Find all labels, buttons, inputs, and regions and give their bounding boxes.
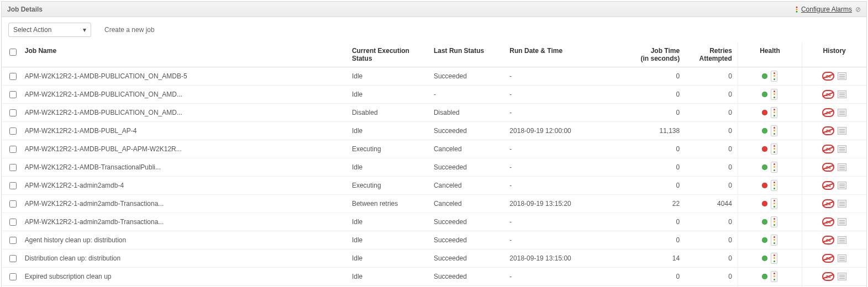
health-dot-icon	[762, 146, 767, 152]
row-checkbox[interactable]	[9, 200, 17, 208]
select-action-label: Select Action	[13, 26, 51, 34]
cell-run-date: -	[504, 213, 620, 231]
cell-last-run: Succeeded	[428, 158, 504, 177]
create-new-job-link[interactable]: Create a new job	[104, 26, 155, 34]
cell-job-time: 0	[621, 104, 685, 122]
table-row[interactable]: APM-W2K12R2-1-AMDB-PUBLICATION_ON_AMD...…	[2, 86, 866, 104]
prohibit-icon[interactable]: ⊘	[855, 6, 861, 13]
log-icon[interactable]	[838, 182, 846, 189]
log-icon[interactable]	[838, 200, 846, 208]
alarm-indicator-icon: ●●●	[796, 6, 798, 13]
table-row[interactable]: APM-W2K12R2-1-AMDB-PUBLICATION_ON_AMD...…	[2, 104, 866, 122]
traffic-light-icon[interactable]	[771, 71, 777, 82]
row-checkbox[interactable]	[9, 91, 17, 98]
col-history[interactable]: History	[802, 42, 866, 67]
no-24h-icon[interactable]: 24	[822, 236, 834, 245]
table-row[interactable]: Expired subscription clean upIdleSucceed…	[2, 268, 866, 286]
select-all-checkbox[interactable]	[9, 49, 17, 56]
cell-retries: 0	[685, 140, 738, 158]
row-checkbox[interactable]	[9, 127, 17, 135]
row-checkbox[interactable]	[9, 109, 17, 116]
log-icon[interactable]	[838, 254, 846, 262]
row-checkbox[interactable]	[9, 73, 17, 80]
col-job-name[interactable]: Job Name	[19, 42, 346, 67]
no-24h-icon[interactable]: 24	[822, 145, 834, 153]
cell-exec-status: Idle	[346, 122, 428, 140]
log-icon[interactable]	[838, 273, 846, 280]
no-24h-icon[interactable]: 24	[822, 72, 834, 81]
toolbar: Select Action ▾ Create a new job	[2, 17, 866, 42]
table-row[interactable]: Agent history clean up: distributionIdle…	[2, 231, 866, 249]
traffic-light-icon[interactable]	[771, 144, 777, 155]
table-row[interactable]: APM-W2K12R2-1-admin2amdb-4ExecutingCance…	[2, 177, 866, 195]
table-row[interactable]: APM-W2K12R2-1-AMDB-PUBLICATION_ON_AMDB-5…	[2, 67, 866, 86]
table-row[interactable]: APM-W2K12R2-1-AMDB-TransactionalPubli...…	[2, 158, 866, 177]
col-last-run[interactable]: Last Run Status	[428, 42, 504, 67]
cell-health	[738, 67, 802, 86]
table-row[interactable]: Distribution clean up: distributionIdleS…	[2, 249, 866, 268]
cell-exec-status: Idle	[346, 268, 428, 286]
log-icon[interactable]	[838, 127, 846, 135]
log-icon[interactable]	[838, 218, 846, 226]
cell-job-time: 0	[621, 86, 685, 104]
cell-run-date: -	[504, 231, 620, 249]
cell-run-date: -	[504, 104, 620, 122]
col-retries[interactable]: Retries Attempted	[685, 42, 738, 67]
cell-exec-status: Idle	[346, 158, 428, 177]
log-icon[interactable]	[838, 163, 846, 171]
row-checkbox[interactable]	[9, 273, 17, 280]
traffic-light-icon[interactable]	[771, 216, 777, 227]
row-checkbox[interactable]	[9, 146, 17, 153]
no-24h-icon[interactable]: 24	[822, 163, 834, 172]
cell-retries: 0	[685, 249, 738, 268]
col-exec-status[interactable]: Current Execution Status	[346, 42, 428, 67]
row-checkbox[interactable]	[9, 219, 17, 226]
row-checkbox[interactable]	[9, 164, 17, 171]
log-icon[interactable]	[838, 236, 846, 244]
table-row[interactable]: APM-W2K12R2-1-admin2amdb-Transactiona...…	[2, 195, 866, 213]
traffic-light-icon[interactable]	[771, 235, 777, 246]
log-icon[interactable]	[838, 145, 846, 153]
cell-history: 24	[802, 104, 866, 122]
cell-job-name: APM-W2K12R2-1-admin2amdb-Transactiona...	[19, 213, 346, 231]
traffic-light-icon[interactable]	[771, 253, 777, 264]
cell-history: 24	[802, 213, 866, 231]
col-job-time[interactable]: Job Time (in seconds)	[621, 42, 685, 67]
health-dot-icon	[762, 274, 767, 279]
log-icon[interactable]	[838, 109, 846, 116]
row-checkbox[interactable]	[9, 255, 17, 262]
table-row[interactable]: APM-W2K12R2-1-AMDB-PUBL_AP-APM-W2K12R...…	[2, 140, 866, 158]
log-icon[interactable]	[838, 91, 846, 98]
table-row[interactable]: APM-W2K12R2-1-AMDB-PUBL_AP-4IdleSucceede…	[2, 122, 866, 140]
no-24h-icon[interactable]: 24	[822, 199, 834, 208]
no-24h-icon[interactable]: 24	[822, 181, 834, 190]
cell-job-time: 0	[621, 268, 685, 286]
col-run-date[interactable]: Run Date & Time	[504, 42, 620, 67]
select-action-dropdown[interactable]: Select Action ▾	[8, 23, 91, 37]
traffic-light-icon[interactable]	[771, 162, 777, 173]
health-dot-icon	[762, 110, 767, 115]
job-details-panel: Job Details ●●● Configure Alarms ⊘ Selec…	[1, 1, 867, 287]
row-checkbox[interactable]	[9, 237, 17, 244]
cell-exec-status: Idle	[346, 213, 428, 231]
row-checkbox[interactable]	[9, 182, 17, 189]
traffic-light-icon[interactable]	[771, 271, 777, 282]
traffic-light-icon[interactable]	[771, 107, 777, 118]
no-24h-icon[interactable]: 24	[822, 126, 834, 135]
no-24h-icon[interactable]: 24	[822, 272, 834, 281]
traffic-light-icon[interactable]	[771, 89, 777, 100]
configure-alarms-link[interactable]: Configure Alarms	[801, 6, 852, 13]
cell-job-time: 0	[621, 213, 685, 231]
no-24h-icon[interactable]: 24	[822, 217, 834, 226]
log-icon[interactable]	[838, 72, 846, 80]
col-health[interactable]: Health	[738, 42, 802, 67]
no-24h-icon[interactable]: 24	[822, 254, 834, 263]
cell-exec-status: Disabled	[346, 104, 428, 122]
table-row[interactable]: APM-W2K12R2-1-admin2amdb-Transactiona...…	[2, 213, 866, 231]
traffic-light-icon[interactable]	[771, 180, 777, 191]
cell-job-name: APM-W2K12R2-1-AMDB-PUBLICATION_ON_AMD...	[19, 104, 346, 122]
no-24h-icon[interactable]: 24	[822, 90, 834, 99]
traffic-light-icon[interactable]	[771, 125, 777, 136]
no-24h-icon[interactable]: 24	[822, 108, 834, 117]
traffic-light-icon[interactable]	[771, 198, 777, 209]
